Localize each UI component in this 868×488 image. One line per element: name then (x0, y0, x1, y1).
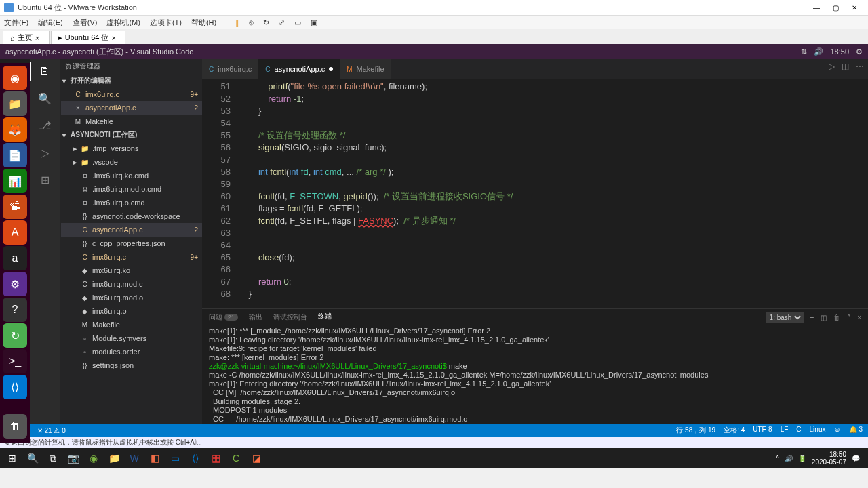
toolbar-icon[interactable]: ▭ (294, 18, 301, 27)
status-os[interactable]: Linux (810, 426, 826, 435)
status-cursor[interactable]: 行 58，列 19 (676, 426, 715, 435)
trash-icon[interactable]: 🗑 (833, 314, 840, 321)
tab-output[interactable]: 输出 (249, 312, 262, 322)
status-encoding[interactable]: UTF-8 (753, 426, 772, 435)
tab-guest[interactable]: ▸Ubuntu 64 位× (51, 30, 126, 44)
open-editor-item[interactable]: ×asyncnotiApp.c2 (61, 101, 202, 115)
dock-terminal-icon[interactable]: >_ (3, 349, 27, 373)
start-button[interactable]: ⊞ (3, 449, 22, 467)
dock-writer-icon[interactable]: 📄 (3, 143, 27, 167)
tree-file[interactable]: {}c_cpp_properties.json (61, 237, 202, 250)
minimize-button[interactable]: — (807, 1, 826, 14)
explorer-icon[interactable]: 🗎 (37, 63, 53, 79)
tray-icon[interactable]: ^ (776, 455, 779, 462)
taskbar-app[interactable]: 📁 (104, 449, 123, 467)
pause-icon[interactable]: ‖ (235, 18, 239, 27)
tree-file[interactable]: {}asyncnoti.code-workspace (61, 209, 202, 223)
taskbar-app[interactable]: 📷 (64, 449, 83, 467)
taskbar-app[interactable]: ▭ (165, 449, 184, 467)
status-problems[interactable]: ✕ 21 ⚠ 0 (37, 427, 66, 434)
toolbar-icon[interactable]: ▣ (311, 18, 317, 27)
source-control-icon[interactable]: ⎇ (37, 117, 53, 134)
tree-file[interactable]: ◆imx6uirq.o (61, 304, 202, 318)
editor-tab[interactable]: MMakefile (340, 59, 391, 79)
workspace-header[interactable]: ▾ASYNCNOTI (工作区) (60, 128, 202, 142)
taskbar-app[interactable]: ◪ (247, 449, 266, 467)
search-icon[interactable]: 🔍 (23, 449, 42, 467)
menu-edit[interactable]: 编辑(E) (38, 18, 63, 28)
menu-view[interactable]: 查看(V) (73, 18, 98, 28)
close-panel-icon[interactable]: × (857, 314, 861, 321)
tray-date[interactable]: 2020-05-07 (812, 458, 846, 466)
dock-vscode-icon[interactable]: ⟨⟩ (3, 375, 27, 399)
task-view-icon[interactable]: ⧉ (43, 449, 62, 467)
dock-calc-icon[interactable]: 📊 (3, 169, 27, 193)
tree-file[interactable]: MMakefile (61, 318, 202, 331)
dock-settings-icon[interactable]: ⚙ (3, 272, 27, 296)
terminal-output[interactable]: make[1]: *** [_module_/home/zzk/linux/IM… (202, 325, 868, 424)
terminal-shell-select[interactable]: 1: bash (766, 312, 804, 323)
open-editor-item[interactable]: MMakefile (61, 115, 202, 128)
dock-files-icon[interactable]: 📁 (3, 92, 27, 116)
status-spaces[interactable]: 空格: 4 (724, 426, 745, 435)
taskbar-app[interactable]: W (125, 449, 144, 467)
dock-amazon-icon[interactable]: a (3, 246, 27, 270)
taskbar-app[interactable]: ▦ (206, 449, 225, 467)
tab-terminal[interactable]: 终端 (318, 312, 332, 323)
taskbar-app[interactable]: C (226, 449, 245, 467)
dock-help-icon[interactable]: ? (3, 298, 27, 322)
status-bell[interactable]: 🔔 3 (849, 426, 863, 435)
open-editor-item[interactable]: Cimx6uirq.c9+ (61, 87, 202, 101)
status-language[interactable]: C (796, 426, 801, 435)
search-icon[interactable]: 🔍 (37, 90, 53, 106)
dock-trash-icon[interactable]: 🗑 (3, 414, 27, 439)
tree-file[interactable]: ⚙.imx6uirq.o.cmd (61, 196, 202, 209)
tab-debug-console[interactable]: 调试控制台 (273, 312, 307, 322)
gear-icon[interactable]: ⚙ (856, 47, 863, 56)
split-icon[interactable]: ◫ (842, 62, 849, 71)
taskbar-app[interactable]: ⟨⟩ (186, 449, 205, 467)
network-icon[interactable]: ⇅ (801, 47, 807, 56)
new-terminal-icon[interactable]: + (810, 314, 814, 321)
toolbar-icon[interactable]: ⎋ (249, 18, 254, 26)
tray-time[interactable]: 18:50 (812, 451, 846, 458)
minimap[interactable] (821, 79, 868, 308)
status-eol[interactable]: LF (781, 426, 789, 435)
taskbar-app[interactable]: ◉ (84, 449, 103, 467)
dock-impress-icon[interactable]: 📽 (3, 195, 27, 219)
tree-file[interactable]: CasyncnotiApp.c2 (61, 223, 202, 237)
tray-icon[interactable]: 🔊 (785, 455, 793, 462)
tree-file[interactable]: ⚙.imx6uirq.mod.o.cmd (61, 182, 202, 196)
tab-problems[interactable]: 问题 21 (209, 312, 238, 322)
tree-folder[interactable]: ▸📁.tmp_versions (61, 142, 202, 155)
debug-icon[interactable]: ▷ (37, 144, 53, 161)
system-tray[interactable]: ^ 🔊 🔋 18:502020-05-07 💬 (776, 451, 865, 466)
menu-file[interactable]: 文件(F) (4, 18, 28, 28)
notifications-icon[interactable]: 💬 (852, 455, 860, 462)
sound-icon[interactable]: 🔊 (814, 47, 823, 56)
dock-dash-icon[interactable]: ◉ (3, 66, 27, 90)
menu-vm[interactable]: 虚拟机(M) (106, 18, 140, 28)
editor[interactable]: 515253545556575859606162636465666768 pri… (202, 79, 868, 308)
tree-file[interactable]: ▫Module.symvers (61, 331, 202, 345)
tray-icon[interactable]: 🔋 (798, 455, 806, 462)
status-feedback-icon[interactable]: ☺ (833, 426, 840, 435)
maximize-button[interactable]: ▢ (826, 1, 845, 14)
open-editors-header[interactable]: ▾打开的编辑器 (60, 74, 202, 87)
tree-file[interactable]: ◆imx6uirq.ko (61, 264, 202, 277)
toolbar-icon[interactable]: ⤢ (279, 18, 285, 27)
dock-firefox-icon[interactable]: 🦊 (3, 117, 27, 142)
menu-tabs[interactable]: 选项卡(T) (150, 18, 182, 28)
editor-tab-active[interactable]: CasyncnotiApp.c (258, 59, 340, 79)
dock-software-icon[interactable]: A (3, 220, 27, 245)
tree-file[interactable]: Cimx6uirq.c9+ (61, 250, 202, 264)
tree-file[interactable]: Cimx6uirq.mod.c (61, 277, 202, 291)
tree-file[interactable]: ⚙.imx6uirq.ko.cmd (61, 169, 202, 182)
tree-file[interactable]: ▫modules.order (61, 345, 202, 359)
menu-help[interactable]: 帮助(H) (191, 18, 216, 28)
maximize-panel-icon[interactable]: ^ (847, 314, 850, 321)
tree-folder[interactable]: ▸📁.vscode (61, 155, 202, 169)
tab-home[interactable]: ⌂主页× (3, 30, 50, 44)
toolbar-icon[interactable]: ↻ (263, 18, 269, 27)
run-icon[interactable]: ▷ (829, 62, 835, 71)
